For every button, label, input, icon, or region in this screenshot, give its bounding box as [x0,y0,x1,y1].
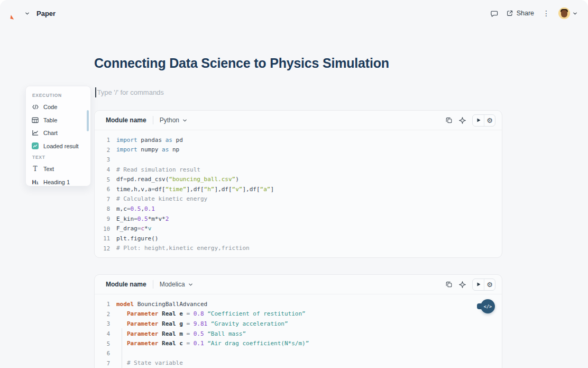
line-content: m,c=0.5,0.1 [110,205,155,212]
more-options-button[interactable]: ⋮ [542,10,550,17]
menu-item-text[interactable]: TText [31,163,90,176]
code-line[interactable]: 4 Parameter Real m = 0.5 “Ball mass” [95,329,502,339]
code-line[interactable]: 2 Parameter Real e = 0.8 “Coefficient of… [95,309,502,319]
code-line[interactable]: 5 Parameter Real c = 0.1 “Air drag coeff… [95,338,502,348]
duplicate-button[interactable] [445,281,453,288]
account-menu[interactable] [558,7,577,19]
sparkle-icon [458,116,466,124]
command-placeholder: Type '/' for commands [97,88,164,96]
code-line[interactable]: 1model BouncingBallAdvanced [95,299,502,309]
command-menu-body: EXECUTIONCodeTableChartLoaded resultTEXT… [31,93,90,186]
menu-item-loaded-result[interactable]: Loaded result [31,140,90,153]
text-icon: T [31,165,39,173]
code-line[interactable]: 12# Plot: height,kinetic energy,friction [95,244,502,254]
line-number: 10 [95,226,110,232]
menu-item-label: Chart [43,130,58,136]
line-number: 11 [95,235,110,241]
code-line[interactable]: 7 # State variable [95,358,502,368]
code-line[interactable]: 1import pandas as pd [95,135,502,145]
chart-icon [31,129,39,137]
avatar [558,7,570,19]
page-title[interactable]: Connecting Data Science to Physics Simul… [94,56,389,71]
divider [153,116,153,124]
line-content: import numpy as np [110,146,179,153]
line-number: 12 [95,245,110,252]
line-content: plt.figure() [110,235,158,242]
settings-button[interactable]: ⚙ [484,115,495,126]
code-line[interactable]: 11plt.figure() [95,234,502,244]
line-number: 1 [95,137,110,143]
chevron-down-icon [182,118,187,123]
code-line[interactable]: 7# Calculate kinetic energy [95,194,502,204]
heading-1-icon: H1 [31,178,39,186]
code-icon [31,103,39,111]
line-number: 6 [95,186,110,192]
duplicate-icon [445,281,453,288]
code-line[interactable]: 3 Parameter Real g = 9.81 “Gravity accel… [95,319,502,329]
line-content: Parameter Real c = 0.1 “Air drag coeffic… [110,340,309,347]
code-editor[interactable]: 1model BouncingBallAdvanced2 Parameter R… [95,294,502,368]
line-number: 5 [95,340,110,347]
line-number: 3 [95,156,110,163]
language-select[interactable]: Modelica [160,281,193,288]
workspace-chevron-down-icon[interactable] [25,11,30,16]
loaded-result-icon [31,142,39,150]
divider [153,280,153,289]
code-block-header: Module name Modelica ⚙ [95,275,502,294]
line-content: model BouncingBallAdvanced [110,301,207,308]
menu-item-code[interactable]: Code [31,101,90,114]
module-name[interactable]: Module name [106,116,146,124]
code-view-toggle-button[interactable]: </> [477,299,495,313]
comments-button[interactable] [490,10,498,17]
module-name[interactable]: Module name [106,281,146,288]
text-caret [95,87,96,97]
language-select[interactable]: Python [160,116,187,124]
duplicate-button[interactable] [445,116,453,124]
gear-icon: ⚙ [486,281,493,288]
menu-item-label: Table [43,117,57,123]
run-button[interactable] [473,279,484,290]
line-content: F_drag=c*v [110,225,151,232]
app-logo-icon[interactable] [11,8,21,19]
menu-item-table[interactable]: Table [31,114,90,127]
menu-scrollbar[interactable] [87,110,89,131]
line-number: 5 [95,176,110,183]
line-content: Parameter Real g = 9.81 “Gravity acceler… [110,320,288,327]
settings-button[interactable]: ⚙ [484,279,495,290]
menu-section-label: TEXT [32,155,90,160]
language-label: Modelica [160,281,185,288]
code-icon: </> [481,299,495,313]
code-line[interactable]: 6time,h,v,a=df[“time”],df[“h”],df[“v”],d… [95,184,502,194]
code-line[interactable]: 10F_drag=c*v [95,223,502,234]
code-line[interactable]: 5df=pd.read_csv(“bouncing_ball.csv”) [95,174,502,184]
share-button[interactable]: Share [506,10,534,17]
menu-item-chart[interactable]: Chart [31,127,90,140]
menu-item-heading-1[interactable]: H1Heading 1 [31,176,90,187]
line-content: # Calculate kinetic energy [110,195,207,202]
line-content: # Plot: height,kinetic energy,friction [110,245,250,252]
code-line[interactable]: 9E_kin=0.5*m*v*2 [95,214,502,224]
menu-item-label: Text [43,166,54,172]
chevron-down-icon [188,282,193,287]
line-number: 7 [95,196,110,202]
code-line[interactable]: 3 [95,155,502,165]
topbar: Paper Share ⋮ [0,0,588,26]
menu-item-label: Loaded result [43,143,79,149]
ai-sparkle-button[interactable] [458,116,466,124]
ai-sparkle-button[interactable] [458,281,466,289]
line-content: time,h,v,a=df[“time”],df[“h”],df[“v”],df… [110,186,274,193]
code-line[interactable]: 4# Read simulation result [95,165,502,175]
gear-icon: ⚙ [486,117,493,124]
line-number: 3 [95,320,110,327]
code-line[interactable]: 8m,c=0.5,0.1 [95,204,502,214]
code-line[interactable]: 6 [95,348,502,358]
indent-guide [122,328,122,368]
code-block-header: Module name Python ⚙ [95,111,502,130]
line-number: 1 [95,301,110,307]
code-line[interactable]: 2import numpy as np [95,145,502,155]
code-editor[interactable]: 1import pandas as pd2import numpy as np3… [95,130,502,253]
menu-item-label: Heading 1 [43,179,70,185]
run-button[interactable] [473,115,484,126]
line-content: E_kin=0.5*m*v*2 [110,216,169,222]
command-input[interactable]: Type '/' for commands [95,86,164,98]
